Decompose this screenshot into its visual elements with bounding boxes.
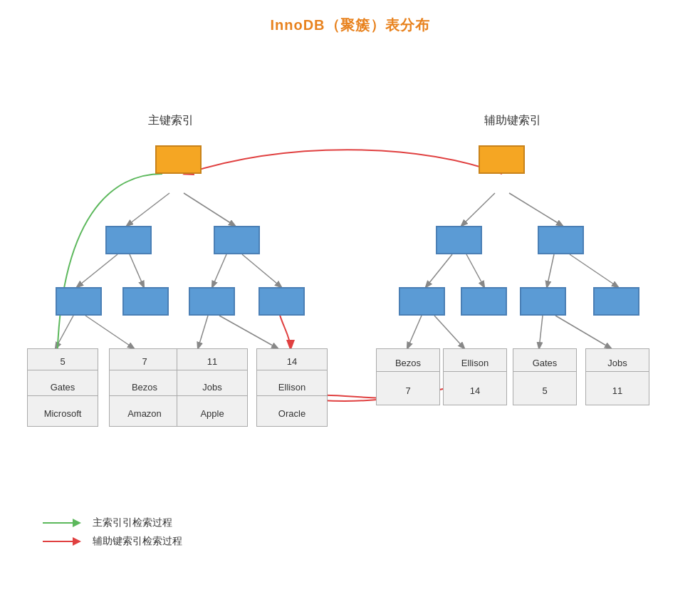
right-blue-l3-3 — [520, 287, 566, 316]
right-data-node-1-name: Bezos — [377, 355, 439, 372]
svg-line-8 — [198, 316, 208, 348]
left-blue-l3-2 — [122, 287, 169, 316]
svg-line-5 — [242, 254, 281, 287]
svg-line-15 — [570, 254, 618, 287]
svg-line-13 — [466, 254, 484, 287]
svg-line-11 — [509, 193, 563, 226]
svg-line-3 — [130, 254, 144, 287]
right-blue-l2-left — [436, 226, 482, 254]
data-node-1: 5 Gates Microsoft — [27, 348, 98, 427]
legend: 主索引引检索过程 辅助键索引检索过程 — [43, 516, 182, 548]
right-data-node-1: Bezos 7 — [376, 348, 440, 405]
right-data-node-4-ref: 11 — [586, 383, 649, 399]
svg-line-16 — [407, 316, 422, 348]
right-data-node-2-name: Ellison — [444, 355, 506, 372]
data-node-1-name: Gates — [28, 379, 98, 396]
right-data-node-2: Ellison 14 — [443, 348, 507, 405]
data-node-2-id: 7 — [110, 353, 179, 370]
data-node-3-company: Apple — [177, 405, 247, 422]
svg-line-17 — [434, 316, 464, 348]
right-blue-l3-2 — [461, 287, 507, 316]
svg-line-10 — [461, 193, 495, 226]
data-node-1-id: 5 — [28, 353, 98, 370]
left-blue-l2-right — [214, 226, 260, 254]
right-data-node-1-ref: 7 — [377, 383, 439, 399]
right-blue-l2-right — [538, 226, 584, 254]
svg-line-18 — [539, 316, 543, 348]
svg-line-6 — [56, 316, 73, 348]
left-blue-l2-left — [105, 226, 152, 254]
right-data-node-4: Jobs 11 — [585, 348, 649, 405]
svg-line-19 — [555, 316, 611, 348]
svg-line-7 — [85, 316, 134, 348]
legend-secondary-label: 辅助键索引检索过程 — [93, 535, 182, 548]
data-node-4-name: Ellison — [257, 379, 327, 396]
data-node-4: 14 Ellison Oracle — [256, 348, 328, 427]
left-section-label: 主键索引 — [128, 113, 214, 128]
data-node-3-name: Jobs — [177, 379, 247, 396]
svg-line-14 — [547, 254, 554, 287]
data-node-1-company: Microsoft — [28, 405, 98, 422]
left-blue-l3-1 — [56, 287, 102, 316]
svg-line-2 — [77, 254, 117, 287]
right-blue-l3-1 — [399, 287, 445, 316]
right-section-label: 辅助键索引 — [466, 113, 559, 128]
data-node-2-company: Amazon — [110, 405, 179, 422]
data-node-4-company: Oracle — [257, 405, 327, 422]
data-node-3-id: 11 — [177, 353, 247, 370]
left-root-node — [155, 145, 202, 174]
data-node-3: 11 Jobs Apple — [177, 348, 248, 427]
right-data-node-2-ref: 14 — [444, 383, 506, 399]
data-node-4-id: 14 — [257, 353, 327, 370]
diagram-container: 主键索引 辅助键索引 5 Gates Microsoft 7 Bezos Ama… — [0, 35, 700, 576]
svg-line-9 — [219, 316, 278, 348]
legend-primary-label: 主索引引检索过程 — [93, 516, 172, 529]
right-data-node-4-name: Jobs — [586, 355, 649, 372]
green-arrow-legend — [43, 518, 85, 528]
red-arrow-legend — [43, 536, 85, 546]
svg-line-0 — [127, 193, 169, 226]
svg-line-1 — [184, 193, 235, 226]
legend-secondary: 辅助键索引检索过程 — [43, 535, 182, 548]
right-blue-l3-4 — [593, 287, 639, 316]
data-node-2: 7 Bezos Amazon — [109, 348, 180, 427]
right-data-node-3-ref: 5 — [513, 383, 576, 399]
svg-line-4 — [212, 254, 226, 287]
right-data-node-3-name: Gates — [513, 355, 576, 372]
data-node-2-name: Bezos — [110, 379, 179, 396]
right-root-node — [479, 145, 525, 174]
page-title: InnoDB（聚簇）表分布 — [0, 0, 700, 35]
legend-primary: 主索引引检索过程 — [43, 516, 182, 529]
svg-line-12 — [426, 254, 452, 287]
right-data-node-3: Gates 5 — [513, 348, 577, 405]
left-blue-l3-4 — [258, 287, 305, 316]
left-blue-l3-3 — [189, 287, 235, 316]
